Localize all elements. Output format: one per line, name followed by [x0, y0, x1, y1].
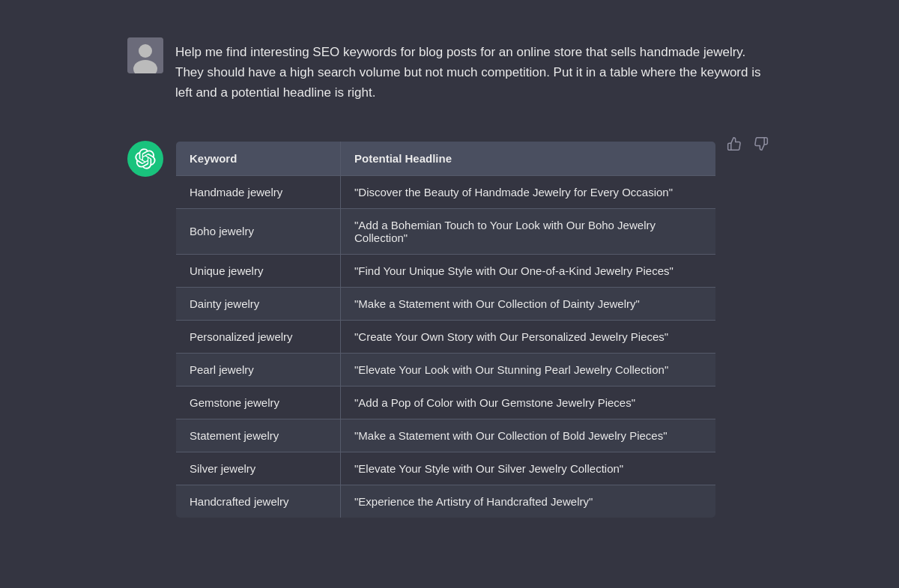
- headline-cell: "Add a Bohemian Touch to Your Look with …: [341, 208, 716, 254]
- table-row: Personalized jewelry"Create Your Own Sto…: [176, 320, 716, 353]
- feedback-icons: [724, 126, 772, 157]
- headline-cell: "Create Your Own Story with Our Personal…: [341, 320, 716, 353]
- keyword-cell: Silver jewelry: [176, 452, 341, 485]
- keyword-cell: Pearl jewelry: [176, 353, 341, 386]
- table-row: Statement jewelry"Make a Statement with …: [176, 419, 716, 452]
- headline-cell: "Make a Statement with Our Collection of…: [341, 419, 716, 452]
- conversation-container: Help me find interesting SEO keywords fo…: [112, 22, 787, 533]
- thumbs-up-button[interactable]: [724, 133, 745, 157]
- user-message-text: Help me find interesting SEO keywords fo…: [175, 37, 772, 103]
- table-row: Boho jewelry"Add a Bohemian Touch to You…: [176, 208, 716, 254]
- keyword-cell: Unique jewelry: [176, 254, 341, 287]
- headline-column-header: Potential Headline: [341, 141, 716, 175]
- keyword-cell: Statement jewelry: [176, 419, 341, 452]
- assistant-row: Keyword Potential Headline Handmade jewe…: [127, 126, 772, 533]
- headline-cell: "Make a Statement with Our Collection of…: [341, 287, 716, 320]
- assistant-avatar: [127, 141, 163, 177]
- keyword-cell: Dainty jewelry: [176, 287, 341, 320]
- table-row: Gemstone jewelry"Add a Pop of Color with…: [176, 386, 716, 419]
- table-row: Dainty jewelry"Make a Statement with Our…: [176, 287, 716, 320]
- headline-cell: "Elevate Your Look with Our Stunning Pea…: [341, 353, 716, 386]
- table-row: Unique jewelry"Find Your Unique Style wi…: [176, 254, 716, 287]
- keyword-cell: Handmade jewelry: [176, 175, 341, 208]
- headline-cell: "Find Your Unique Style with Our One-of-…: [341, 254, 716, 287]
- keyword-column-header: Keyword: [176, 141, 341, 175]
- table-row: Handmade jewelry"Discover the Beauty of …: [176, 175, 716, 208]
- table-row: Silver jewelry"Elevate Your Style with O…: [176, 452, 716, 485]
- assistant-message: Keyword Potential Headline Handmade jewe…: [127, 126, 716, 533]
- assistant-content: Keyword Potential Headline Handmade jewe…: [175, 141, 716, 518]
- keyword-cell: Handcrafted jewelry: [176, 485, 341, 518]
- user-avatar: [127, 37, 163, 73]
- keyword-cell: Personalized jewelry: [176, 320, 341, 353]
- user-message: Help me find interesting SEO keywords fo…: [127, 22, 772, 118]
- table-row: Pearl jewelry"Elevate Your Look with Our…: [176, 353, 716, 386]
- thumbs-down-button[interactable]: [751, 133, 772, 157]
- headline-cell: "Experience the Artistry of Handcrafted …: [341, 485, 716, 518]
- headline-cell: "Add a Pop of Color with Our Gemstone Je…: [341, 386, 716, 419]
- keyword-cell: Boho jewelry: [176, 208, 341, 254]
- headline-cell: "Discover the Beauty of Handmade Jewelry…: [341, 175, 716, 208]
- table-row: Handcrafted jewelry"Experience the Artis…: [176, 485, 716, 518]
- headline-cell: "Elevate Your Style with Our Silver Jewe…: [341, 452, 716, 485]
- svg-point-1: [139, 44, 152, 58]
- keyword-table: Keyword Potential Headline Handmade jewe…: [175, 141, 716, 518]
- keyword-cell: Gemstone jewelry: [176, 386, 341, 419]
